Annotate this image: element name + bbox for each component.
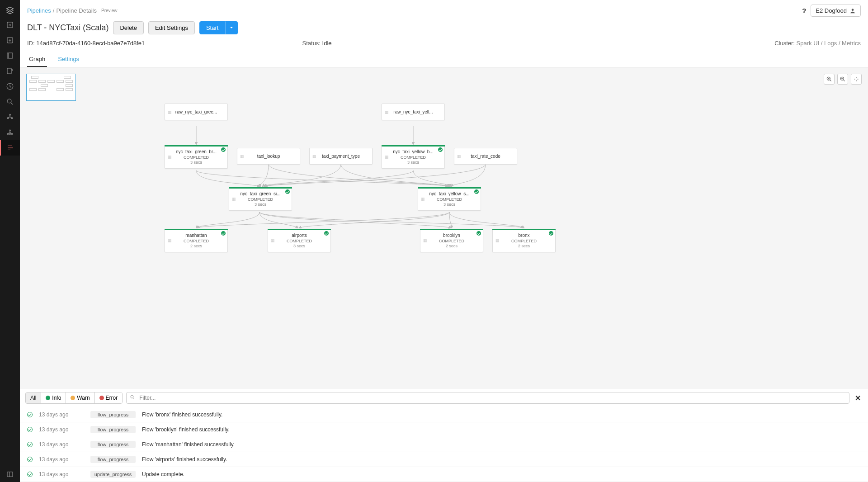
node-brooklyn[interactable]: ▦brooklynCOMPLETED2 secs: [420, 229, 483, 252]
table-icon: ▦: [232, 197, 236, 201]
nav-recents-icon[interactable]: [0, 79, 20, 94]
nav-workspace-icon[interactable]: [0, 48, 20, 63]
filter-input[interactable]: [126, 392, 849, 404]
breadcrumb-current: Pipeline Details: [56, 7, 97, 14]
svg-point-15: [852, 9, 854, 11]
success-icon: [27, 457, 33, 462]
tab-graph[interactable]: Graph: [27, 52, 47, 67]
help-icon[interactable]: ?: [802, 7, 806, 14]
sidebar: D: [0, 0, 20, 482]
filter-all[interactable]: All: [26, 392, 41, 403]
svg-point-11: [7, 133, 9, 135]
svg-rect-14: [7, 472, 13, 477]
warn-dot-icon: [71, 396, 75, 400]
error-dot-icon: [99, 396, 104, 400]
nav-panel-icon[interactable]: [0, 467, 20, 482]
check-icon: [476, 231, 481, 236]
log-row[interactable]: 13 days agoflow_progressFlow 'bronx' fin…: [20, 407, 868, 422]
status-label: Status:: [302, 40, 321, 47]
start-button[interactable]: Start: [199, 21, 225, 34]
nav-jobs-icon[interactable]: [0, 140, 20, 156]
table-icon: ▦: [385, 110, 389, 114]
table-icon: ▦: [168, 238, 172, 243]
info-dot-icon: [46, 396, 50, 400]
filter-warn[interactable]: Warn: [66, 392, 94, 403]
svg-rect-4: [7, 68, 11, 74]
minimap[interactable]: [26, 74, 76, 101]
node-taxi-payment[interactable]: ▦taxi_payment_type: [309, 148, 373, 165]
filter-error[interactable]: Error: [95, 392, 123, 403]
start-dropdown[interactable]: [225, 21, 238, 34]
node-yellow-b[interactable]: ▦nyc_taxi_yellow_b...COMPLETED3 secs: [382, 145, 445, 169]
check-icon: [474, 189, 479, 194]
user-menu[interactable]: E2 Dogfood: [811, 5, 861, 17]
node-taxi-lookup[interactable]: ▦taxi_lookup: [237, 148, 300, 165]
node-raw-green[interactable]: ▦raw_nyc_taxi_gree...: [165, 104, 228, 120]
pipeline-id: 14ad87cf-70da-4160-8ecd-ba9e7e7d8fe1: [36, 40, 145, 47]
page-title: DLT - NYCTaxi (Scala): [27, 23, 108, 33]
node-airports[interactable]: ▦airportsCOMPLETED3 secs: [268, 229, 331, 252]
check-icon: [285, 189, 290, 194]
success-icon: [27, 412, 33, 417]
node-manhattan[interactable]: ▦manhattanCOMPLETED2 secs: [165, 229, 228, 252]
logo-icon[interactable]: [0, 4, 20, 17]
nav-repos-icon[interactable]: [0, 63, 20, 79]
svg-point-13: [11, 133, 13, 135]
success-icon: [27, 442, 33, 447]
log-list: 13 days agoflow_progressFlow 'bronx' fin…: [20, 407, 868, 482]
create-icon[interactable]: [0, 33, 20, 48]
log-row[interactable]: 13 days agoflow_progressFlow 'brooklyn' …: [20, 422, 868, 437]
nav-search-icon[interactable]: [0, 94, 20, 109]
log-row[interactable]: 13 days agoflow_progressFlow 'airports' …: [20, 452, 868, 467]
node-bronx[interactable]: ▦bronxCOMPLETED2 secs: [492, 229, 556, 252]
breadcrumb: Pipelines / Pipeline Details Preview: [27, 7, 118, 14]
metrics-link[interactable]: Metrics: [842, 40, 861, 47]
search-icon: [130, 395, 135, 402]
table-icon: ▦: [457, 154, 461, 159]
node-yellow-s[interactable]: ▦nyc_taxi_yellow_s...COMPLETED3 secs: [418, 187, 481, 211]
table-icon: ▦: [495, 238, 500, 243]
log-row[interactable]: 13 days agoflow_progressFlow 'manhattan'…: [20, 437, 868, 452]
close-panel-button[interactable]: ✕: [853, 394, 863, 402]
nav-data-icon[interactable]: [0, 109, 20, 125]
edit-settings-button[interactable]: Edit Settings: [148, 21, 195, 34]
nav-d-icon[interactable]: D: [0, 17, 20, 33]
table-icon: ▦: [240, 154, 244, 159]
table-icon: ▦: [421, 197, 425, 201]
svg-point-6: [7, 99, 11, 103]
zoom-out-button[interactable]: [837, 74, 848, 85]
tab-settings[interactable]: Settings: [56, 52, 81, 67]
nav-compute-icon[interactable]: [0, 125, 20, 140]
tabs: Graph Settings: [20, 52, 868, 67]
filter-info[interactable]: Info: [41, 392, 66, 403]
logs-link[interactable]: Logs: [824, 40, 837, 47]
graph-area[interactable]: ▦raw_nyc_taxi_gree... ▦raw_nyc_taxi_yell…: [20, 67, 868, 388]
svg-rect-3: [7, 53, 13, 58]
svg-point-7: [9, 114, 11, 115]
breadcrumb-root[interactable]: Pipelines: [27, 7, 51, 14]
table-icon: ▦: [168, 155, 172, 159]
status-value: Idle: [322, 40, 332, 47]
check-icon: [438, 147, 443, 152]
svg-point-12: [9, 133, 11, 135]
zoom-in-button[interactable]: [824, 74, 835, 85]
check-icon: [324, 231, 329, 236]
preview-badge: Preview: [101, 8, 118, 13]
check-icon: [549, 231, 553, 236]
node-raw-yellow[interactable]: ▦raw_nyc_taxi_yell...: [382, 104, 445, 120]
user-icon: [849, 8, 856, 14]
success-icon: [27, 472, 33, 477]
node-green-br[interactable]: ▦nyc_taxi_green_br...COMPLETED3 secs: [165, 145, 228, 169]
node-green-si[interactable]: ▦nyc_taxi_green_si...COMPLETED3 secs: [229, 187, 292, 211]
table-icon: ▦: [168, 110, 172, 114]
delete-button[interactable]: Delete: [113, 21, 144, 34]
spark-ui-link[interactable]: Spark UI: [797, 40, 820, 47]
success-icon: [27, 427, 33, 432]
log-panel: All Info Warn Error ✕ 13 days agoflow_pr…: [20, 388, 868, 482]
node-rate-code[interactable]: ▦taxi_rate_code: [454, 148, 517, 165]
log-row[interactable]: 13 days agoupdate_progressUpdate complet…: [20, 467, 868, 482]
svg-text:D: D: [9, 23, 11, 27]
check-icon: [221, 231, 226, 236]
zoom-fit-button[interactable]: [851, 74, 862, 85]
id-label: ID:: [27, 40, 35, 47]
